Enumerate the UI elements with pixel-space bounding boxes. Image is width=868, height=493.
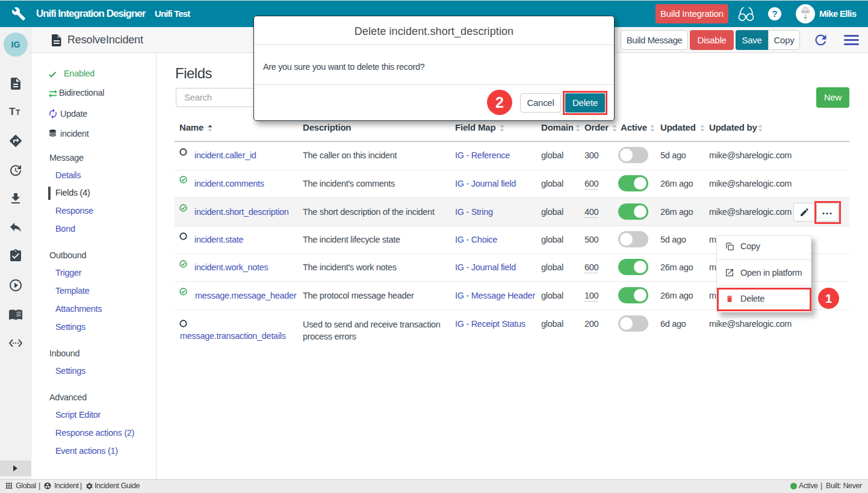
svg-text:T: T: [9, 106, 16, 117]
svg-text:T: T: [16, 108, 20, 117]
